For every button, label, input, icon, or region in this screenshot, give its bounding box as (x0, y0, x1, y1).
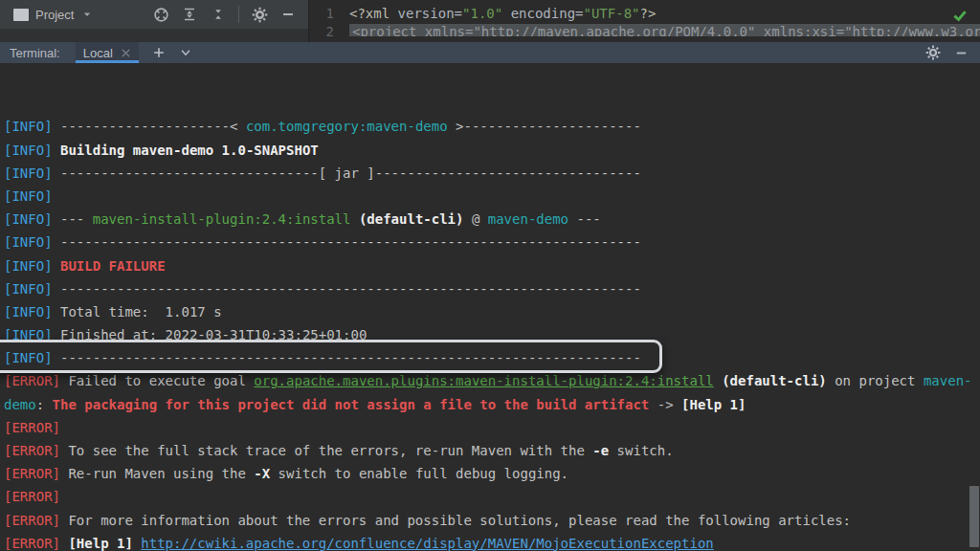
terminal-text: [ERROR] (4, 489, 60, 504)
terminal-tab-bar: Terminal: Local (0, 42, 980, 64)
terminal-text: -X (254, 466, 270, 481)
terminal-line: [INFO] Total time: 1.017 s (4, 300, 980, 323)
top-row: Project (0, 0, 980, 42)
terminal-line: [INFO] (4, 185, 980, 208)
line-number: 2 (309, 24, 334, 36)
terminal-text: [INFO] (4, 211, 60, 227)
terminal-text: --- (60, 211, 93, 227)
collapse-all-icon[interactable] (206, 2, 231, 27)
terminal-text: [ERROR] (4, 513, 68, 528)
terminal-text: ----------------------------------------… (60, 350, 641, 365)
terminal-text: [INFO] (4, 165, 60, 181)
terminal-line: [INFO] ---------------------< com.tomgre… (4, 115, 980, 138)
terminal-text: [ERROR] (4, 536, 68, 551)
terminal-text: switch. (609, 443, 673, 458)
terminal-line: [ERROR] Re-run Maven using the -X switch… (4, 462, 980, 485)
xml-token: = (455, 6, 462, 21)
terminal-text: [ERROR] (4, 420, 60, 435)
hide-tool-window-icon[interactable] (276, 2, 301, 27)
terminal-panel-label: Terminal: (10, 46, 60, 60)
editor-pane[interactable]: 1<?xml version="1.0" encoding="UTF-8"?> … (308, 0, 980, 42)
xml-token: ?> (640, 6, 657, 21)
terminal-text: demo (4, 397, 36, 412)
terminal-line: demo: The packaging for this project did… (4, 393, 980, 416)
terminal-settings-gear-icon[interactable] (925, 45, 941, 60)
terminal-line: [ERROR] For more information about the e… (4, 509, 980, 532)
terminal-text: switch to enable full debug logging. (270, 466, 568, 481)
inspections-ok-check-icon[interactable] (951, 7, 969, 24)
terminal-line: [INFO] ---------------------------------… (4, 231, 980, 253)
help-link[interactable]: http://cwiki.apache.org/confluence/displ… (141, 536, 713, 551)
terminal-line: [ERROR] [Help 1] http://cwiki.apache.org… (4, 532, 980, 551)
terminal-text: ----------------------------------------… (60, 234, 641, 250)
terminal-text: [ERROR] (4, 466, 68, 481)
terminal-lines: [INFO] ---------------------< com.tomgre… (4, 115, 980, 551)
vertical-scrollbar-thumb[interactable] (969, 486, 979, 547)
xml-token: encoding (511, 6, 575, 21)
terminal-text: To see the full stack trace of the error… (68, 443, 592, 458)
new-session-plus-icon[interactable] (152, 46, 166, 59)
terminal-text: [INFO] (4, 188, 53, 204)
terminal-line: [INFO] Building maven-demo 1.0-SNAPSHOT (4, 139, 980, 162)
terminal-line: [ERROR] Failed to execute goal org.apach… (4, 369, 980, 392)
terminal-text (350, 211, 358, 227)
terminal-text: [INFO] (4, 281, 60, 297)
terminal-text: (default-cli) (359, 211, 464, 227)
terminal-line: [ERROR] To see the full stack trace of t… (4, 439, 980, 462)
terminal-text: BUILD FAILURE (60, 258, 166, 274)
hide-terminal-icon[interactable] (954, 46, 969, 60)
terminal-line: [ERROR] (4, 416, 980, 439)
terminal-text: on project (827, 373, 924, 388)
xml-token: = (575, 6, 583, 21)
terminal-text: [INFO] (4, 327, 60, 342)
terminal-text: ---------------------< (60, 119, 246, 134)
terminal-text: ----------------------------------------… (60, 281, 641, 297)
xml-token: "1.0" (462, 6, 502, 21)
project-settings-gear-icon[interactable] (247, 2, 272, 27)
terminal-text: Re-run Maven using the (68, 466, 254, 481)
xml-token: version (398, 6, 455, 21)
project-toolbar: Project (0, 0, 308, 30)
chevron-down-icon (82, 10, 92, 19)
expand-all-icon[interactable] (177, 2, 202, 27)
terminal-tab-local[interactable]: Local (76, 42, 139, 63)
terminal-text: maven-demo (488, 211, 568, 227)
project-tool-icon (13, 9, 29, 21)
terminal-text: [INFO] (4, 143, 60, 158)
terminal-line: [INFO] ---------------------------------… (4, 346, 980, 369)
terminal-text: [Help 1] (68, 536, 141, 551)
toolbar-separator (238, 6, 239, 23)
line-number: 1 (309, 6, 334, 21)
terminal-text: @ (463, 211, 487, 227)
locate-file-icon[interactable] (148, 2, 173, 27)
sessions-chevron-down-icon[interactable] (179, 46, 192, 59)
terminal-tab-label: Local (83, 46, 113, 60)
selected-xml-text: <project xmlns="http://maven.apache.org/… (349, 24, 980, 36)
editor-line-2: 2<project xmlns="http://maven.apache.org… (309, 24, 980, 36)
close-tab-icon[interactable] (121, 48, 131, 58)
terminal-text: [INFO] (4, 350, 60, 365)
terminal-line: [INFO] --- maven-install-plugin:2.4:inst… (4, 208, 980, 231)
terminal-text: [ERROR] (4, 443, 68, 458)
terminal-text: [INFO] (4, 234, 60, 250)
ide-window: Project (0, 0, 980, 551)
terminal-line: [INFO] Finished at: 2022-03-31T10:33:25+… (4, 323, 980, 346)
project-toolbar-actions (148, 2, 308, 27)
terminal-line: [INFO] BUILD FAILURE (4, 254, 980, 277)
terminal-text: [INFO] (4, 304, 60, 320)
terminal-text: --- (568, 211, 601, 227)
xml-token (502, 6, 510, 21)
terminal-text: [INFO] (4, 119, 60, 134)
terminal-text: For more information about the errors an… (68, 513, 851, 528)
terminal-text (714, 373, 722, 388)
terminal-text: >---------------------- (448, 119, 641, 134)
terminal-text: org.apache.maven.plugins:maven-install-p… (254, 373, 713, 388)
xml-token: <?xml (349, 6, 398, 21)
terminal-text: -> (649, 397, 681, 412)
terminal-text: [ERROR] (4, 373, 68, 388)
terminal-line: [INFO] --------------------------------[… (4, 162, 980, 185)
project-view-selector[interactable]: Project (0, 0, 101, 29)
editor-line-1: 1<?xml version="1.0" encoding="UTF-8"?> (309, 0, 980, 21)
terminal-text: com.tomgregory:maven-demo (246, 119, 448, 134)
terminal-output[interactable]: [INFO] ---------------------< com.tomgre… (0, 64, 980, 551)
